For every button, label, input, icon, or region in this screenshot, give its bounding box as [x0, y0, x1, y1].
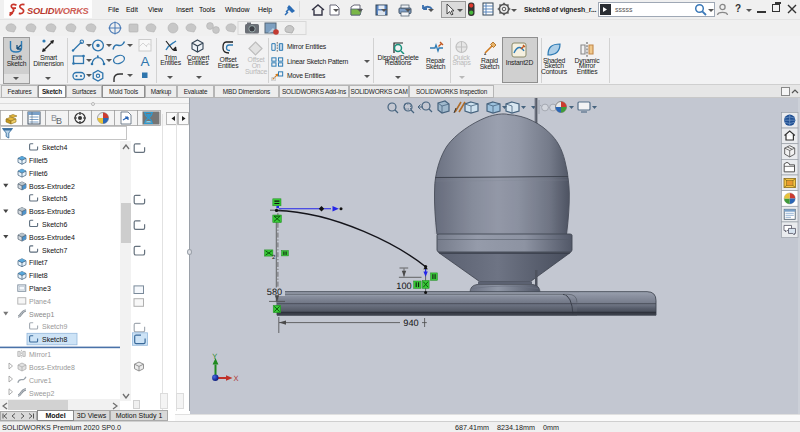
svg-text:Fillet7: Fillet7 [29, 259, 48, 266]
svg-text:Plane3: Plane3 [29, 285, 51, 292]
svg-text:Boss-Extrude3: Boss-Extrude3 [29, 208, 75, 215]
svg-text:580: 580 [267, 287, 282, 297]
svg-text:Sweep2: Sweep2 [29, 390, 54, 398]
svg-text:Curve1: Curve1 [29, 377, 52, 384]
svg-text:SOLIDWORKS: SOLIDWORKS [27, 6, 90, 16]
svg-text:Sketch6: Sketch6 [42, 221, 67, 228]
svg-text:X: X [234, 374, 239, 383]
svg-text:Boss-Extrude2: Boss-Extrude2 [29, 183, 75, 190]
svg-text:Sketch8: Sketch8 [42, 336, 67, 343]
svg-text:Sketch9: Sketch9 [42, 323, 67, 330]
svg-text:Mirror1: Mirror1 [29, 351, 51, 358]
svg-text:100: 100 [396, 281, 411, 291]
svg-text:Boss-Extrude8: Boss-Extrude8 [29, 364, 75, 371]
svg-text:Y: Y [212, 352, 217, 361]
svg-text:Fillet8: Fillet8 [29, 272, 48, 279]
svg-text:A: A [141, 54, 150, 69]
svg-text:Sketch4: Sketch4 [42, 144, 67, 151]
svg-text:940: 940 [403, 318, 418, 328]
svg-text:Sweep1: Sweep1 [29, 311, 54, 319]
svg-text:Plane4: Plane4 [29, 298, 51, 305]
svg-text:Sketch5: Sketch5 [42, 195, 67, 202]
svg-text:Boss-Extrude4: Boss-Extrude4 [29, 234, 75, 241]
svg-text:Fillet6: Fillet6 [29, 170, 48, 177]
svg-text:Fillet5: Fillet5 [29, 157, 48, 164]
svg-text:Sketch7: Sketch7 [42, 247, 67, 254]
